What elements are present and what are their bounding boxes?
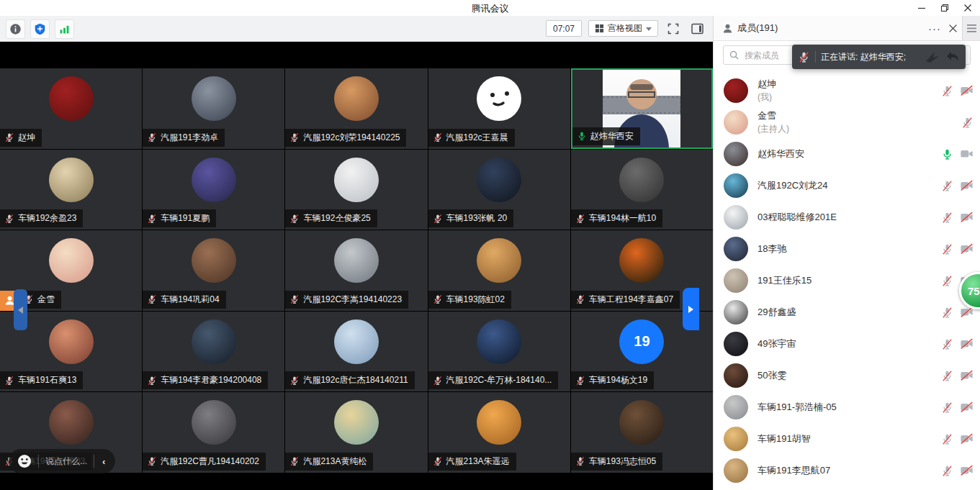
menu-icon[interactable] [962, 16, 980, 40]
shield-icon[interactable] [30, 19, 50, 39]
video-tile[interactable]: 汽服192C曹凡194140202 [143, 392, 284, 473]
grid-view-button[interactable]: 宫格视图 [588, 20, 658, 37]
camera-muted-icon [960, 370, 974, 381]
tile-name-label: 车辆工程194李嘉鑫07 [571, 291, 680, 309]
divider [38, 455, 39, 468]
member-row[interactable]: 18李驰 [714, 233, 980, 265]
avatar [192, 158, 236, 202]
video-tile[interactable]: 赵炜华西安 [571, 68, 713, 149]
video-tile[interactable]: 汽服192c唐仁杰184140211 [285, 312, 427, 392]
mic-muted-icon [433, 294, 443, 304]
video-tile[interactable]: 车辆194巩莉04 [143, 230, 284, 311]
prev-page-button[interactable] [14, 289, 27, 330]
members-panel-title: 成员(191) [737, 22, 778, 35]
member-row[interactable]: 赵炜华西安 [714, 138, 980, 170]
tile-name-label: 汽服192C李嵩194140223 [285, 291, 408, 309]
member-row[interactable]: 车辆191-郭浩楠-05 [714, 391, 980, 423]
member-name: 赵坤 [758, 78, 941, 91]
more-icon[interactable]: ··· [928, 22, 941, 35]
mic-muted-icon [4, 132, 14, 142]
tile-name-label: 汽服191李劲卓 [143, 129, 225, 147]
video-tile[interactable]: 汽服192C李嵩194140223 [285, 230, 427, 311]
avatar [334, 319, 379, 364]
tile-name-label: 车辆193陈虹02 [428, 291, 511, 309]
member-name: 191王佳乐15 [758, 274, 941, 287]
member-row[interactable]: 赵坤(我) [714, 75, 980, 106]
avatar [724, 78, 748, 103]
collapse-arrow-icon[interactable]: ‹ [101, 456, 107, 467]
video-tile[interactable]: 汽服191李劲卓 [143, 68, 284, 149]
video-tile[interactable]: 汽服192C-牟万林-184140... [428, 312, 570, 392]
member-name: 29舒鑫盛 [758, 306, 941, 319]
panel-close-icon[interactable] [948, 24, 958, 33]
video-tile[interactable]: 汽服192c王嘉晨 [428, 68, 570, 149]
close-icon[interactable] [961, 1, 974, 14]
member-row[interactable]: 191王佳乐15 [714, 265, 980, 296]
video-tile[interactable]: 汽服213A黄纯松 [285, 392, 427, 473]
mic-muted-icon [575, 294, 585, 304]
mic-muted-icon [798, 51, 810, 63]
mic-muted-icon [941, 338, 953, 350]
member-row[interactable]: 49张宇宙 [714, 328, 980, 360]
mic-muted-icon [941, 370, 953, 382]
share-arrow-icon [925, 50, 940, 64]
member-role: (我) [758, 91, 941, 104]
member-row[interactable]: 车辆191李思航07 [714, 455, 980, 486]
mic-muted-icon [147, 214, 157, 224]
tile-name-label: 汽服192C-牟万林-184140... [428, 371, 559, 389]
tile-name-label: 车辆191夏鹏 [143, 209, 216, 227]
camera-muted-icon [960, 401, 974, 413]
video-tile[interactable]: 赵坤 [0, 68, 142, 149]
camera-muted-icon [960, 433, 974, 445]
avatar [334, 158, 379, 202]
arrow-left-icon [18, 307, 23, 314]
tile-name-label: 车辆192仝俊豪25 [285, 209, 377, 227]
video-tile[interactable]: 车辆192余盈23 [0, 150, 142, 230]
mic-muted-icon [289, 456, 300, 466]
mic-muted-icon [433, 376, 443, 386]
avatar [49, 319, 94, 364]
camera-muted-icon [960, 465, 974, 476]
avatar [192, 238, 236, 283]
camera-muted-icon [960, 180, 974, 191]
video-tile[interactable]: 车辆194林一航10 [571, 150, 713, 230]
tile-name: 汽服192C-牟万林-184140... [446, 374, 552, 386]
tile-name: 汽服191李劲卓 [161, 132, 218, 144]
member-row[interactable]: 车辆191胡智 [714, 423, 980, 455]
next-page-button[interactable] [683, 288, 699, 330]
video-tile[interactable]: 车辆193陈虹02 [428, 230, 570, 311]
layout-toggle-icon[interactable] [688, 20, 706, 37]
minimize-icon[interactable] [915, 1, 928, 14]
video-tile[interactable]: 车辆192仝俊豪25 [285, 150, 427, 230]
member-row[interactable]: 03程聪聪维修201E [714, 201, 980, 233]
video-tile[interactable]: 汽服213A朱遥远 [428, 392, 570, 473]
chat-input-placeholder[interactable]: 说点什么... [45, 455, 87, 468]
tile-name: 车辆192仝俊豪25 [303, 212, 370, 224]
emoji-icon[interactable] [17, 454, 32, 468]
video-tile[interactable]: 车辆191夏鹏 [143, 150, 284, 230]
video-tile[interactable]: 汽服192c刘荣194140225 [285, 68, 427, 149]
member-row[interactable]: 29舒鑫盛 [714, 296, 980, 328]
avatar [619, 400, 664, 445]
member-name: 车辆191-郭浩楠-05 [758, 401, 941, 414]
tile-name: 车辆工程194李嘉鑫07 [589, 294, 673, 306]
member-row[interactable]: 汽服192C刘龙24 [714, 170, 980, 201]
restore-icon[interactable] [938, 1, 951, 14]
mic-muted-icon [575, 376, 585, 386]
tile-name: 车辆194林一航10 [589, 212, 656, 224]
arrow-right-icon [688, 306, 693, 313]
mic-muted-icon [289, 376, 300, 386]
member-list[interactable]: 赵坤(我)金雪(主持人)赵炜华西安汽服192C刘龙2403程聪聪维修201E18… [714, 75, 980, 490]
chat-quick-bar[interactable]: 说点什么... ‹ [9, 449, 115, 473]
video-tile[interactable]: 车辆193张帆 20 [428, 150, 570, 230]
video-tile[interactable]: 车辆193冯志恒05 [571, 392, 713, 473]
fullscreen-icon[interactable] [665, 20, 682, 37]
info-icon[interactable] [6, 19, 25, 39]
network-signal-icon[interactable] [55, 19, 74, 39]
member-role: (主持人) [758, 123, 961, 135]
tile-name: 汽服192c王嘉晨 [446, 132, 508, 144]
avatar [334, 400, 379, 445]
video-tile[interactable]: 车辆194李君豪194200408 [143, 312, 284, 392]
member-row[interactable]: 50张雯 [714, 360, 980, 391]
member-row[interactable]: 金雪(主持人) [714, 106, 980, 138]
